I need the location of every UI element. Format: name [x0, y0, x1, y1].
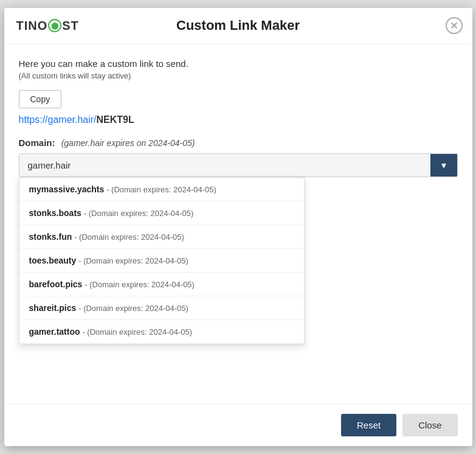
- list-item[interactable]: toes.beauty - (Domain expires: 2024-04-0…: [19, 249, 304, 273]
- logo: TINO ⬤ ST: [16, 19, 79, 33]
- domain-expiry-note: (gamer.hair expires on 2024-04-05): [61, 138, 195, 148]
- list-item[interactable]: stonks.fun - (Domain expires: 2024-04-05…: [19, 225, 304, 249]
- list-item[interactable]: gamer.tattoo - (Domain expires: 2024-04-…: [19, 320, 304, 344]
- domain-label: Domain: (gamer.hair expires on 2024-04-0…: [19, 138, 195, 148]
- reset-button[interactable]: Reset: [341, 414, 396, 436]
- modal-body: Here you can make a custom link to send.…: [4, 44, 472, 403]
- logo-st: ST: [62, 19, 79, 33]
- copy-button[interactable]: Copy: [19, 90, 62, 108]
- logo-o-icon: ⬤: [48, 19, 61, 32]
- link-base: https://gamer.hair/: [19, 114, 97, 125]
- close-button[interactable]: Close: [402, 414, 457, 436]
- fields-section: ▾ mymassive.yachts - (Domain expires: 20…: [19, 153, 458, 177]
- modal-container: TINO ⬤ ST Custom Link Maker ✕ Here you c…: [4, 8, 472, 446]
- list-item[interactable]: barefoot.pics - (Domain expires: 2024-04…: [19, 273, 304, 296]
- modal-header: TINO ⬤ ST Custom Link Maker ✕: [4, 8, 472, 44]
- right-fields: ▾ ▾ ▾: [281, 153, 458, 324]
- link-display[interactable]: https://gamer.hair/NEKT9L: [19, 114, 458, 125]
- link-code: NEKT9L: [97, 114, 134, 125]
- close-icon-button[interactable]: ✕: [446, 17, 463, 34]
- modal-title: Custom Link Maker: [176, 18, 300, 33]
- sub-text: (All custom links will stay active): [19, 71, 458, 80]
- list-item[interactable]: stonks.boats - (Domain expires: 2024-04-…: [19, 201, 304, 225]
- list-item[interactable]: shareit.pics - (Domain expires: 2024-04-…: [19, 296, 304, 320]
- modal-footer: Reset Close: [4, 403, 472, 446]
- intro-text: Here you can make a custom link to send.: [19, 58, 458, 69]
- list-item[interactable]: mymassive.yachts - (Domain expires: 2024…: [19, 178, 304, 201]
- logo-tino: TINO: [16, 19, 48, 33]
- dropdown-menu: mymassive.yachts - (Domain expires: 2024…: [19, 177, 305, 344]
